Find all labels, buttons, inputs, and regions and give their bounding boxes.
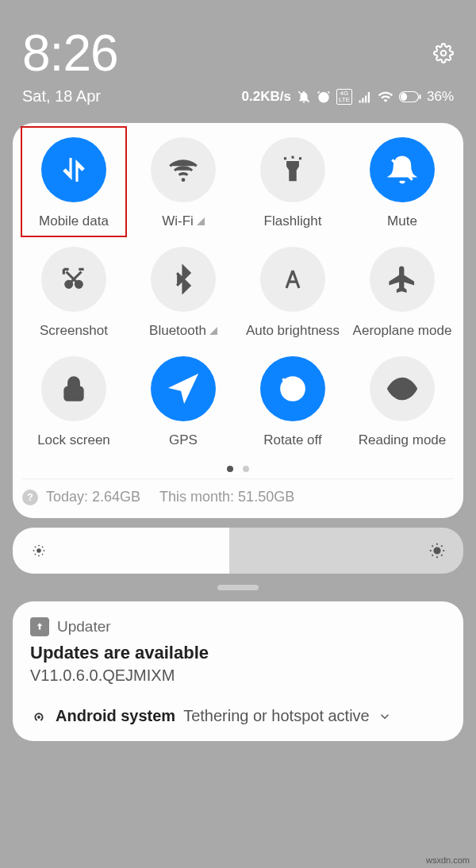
tile-label: Bluetooth (149, 323, 217, 339)
svg-point-0 (441, 51, 447, 56)
svg-point-23 (42, 547, 44, 548)
dnd-bell-icon (297, 90, 311, 104)
svg-line-29 (432, 546, 433, 547)
tile-screenshot[interactable]: Screenshot (22, 247, 125, 339)
expand-indicator-icon (197, 217, 205, 225)
svg-rect-5 (419, 94, 420, 99)
drag-handle[interactable] (217, 585, 259, 590)
usage-month: This month: 51.50GB (159, 489, 294, 505)
bluetooth-icon (168, 264, 198, 294)
tile-label: Auto brightness (246, 323, 340, 339)
status-date: Sat, 18 Apr (22, 87, 101, 106)
brightness-low-icon (30, 542, 48, 559)
svg-point-17 (36, 548, 41, 553)
quick-settings-panel: Mobile data Wi-Fi Flashlight Mute Screen (13, 123, 463, 518)
notification-sub[interactable]: Android system Tethering or hotspot acti… (30, 707, 446, 725)
tile-label: Mute (387, 213, 417, 229)
mobile-data-icon (59, 155, 89, 185)
rotate-lock-icon (278, 374, 308, 404)
tile-aeroplane-mode[interactable]: Aeroplane mode (351, 247, 454, 339)
wifi-status-icon (378, 89, 393, 105)
expand-indicator-icon (209, 327, 217, 335)
airplane-icon (387, 264, 417, 294)
usage-today: Today: 2.64GB (46, 489, 140, 505)
tile-lock-screen[interactable]: Lock screen (22, 356, 125, 448)
svg-line-33 (432, 555, 433, 555)
lte-indicator-icon: 4GLTE (336, 89, 352, 105)
svg-point-16 (398, 385, 406, 393)
svg-point-11 (66, 281, 72, 287)
updater-app-icon (30, 617, 49, 636)
signal-bars-icon (358, 90, 372, 104)
tile-label: Rotate off (263, 432, 321, 448)
svg-point-6 (182, 178, 186, 182)
svg-rect-4 (401, 93, 407, 101)
tile-label: Wi-Fi (162, 213, 205, 229)
brightness-high-icon (428, 542, 446, 559)
brightness-slider[interactable] (13, 528, 463, 574)
wifi-tether-icon (30, 708, 48, 725)
watermark: wsxdn.com (426, 855, 470, 865)
svg-point-26 (434, 547, 440, 553)
screenshot-scissors-icon (59, 264, 89, 294)
help-icon: ? (22, 490, 38, 505)
flashlight-icon (278, 155, 308, 185)
tile-mobile-data[interactable]: Mobile data (22, 137, 125, 229)
notification-app-name: Updater (57, 618, 111, 636)
svg-rect-13 (65, 387, 83, 400)
wifi-icon (168, 155, 198, 185)
clock-time: 8:26 (22, 24, 118, 83)
lock-icon (59, 374, 89, 404)
svg-point-19 (38, 555, 40, 557)
tile-label: Screenshot (40, 323, 108, 339)
settings-gear-icon[interactable] (433, 43, 454, 63)
notification-title: Updates are available (30, 643, 446, 663)
tile-label: GPS (169, 432, 198, 448)
notification-app-header: Updater (30, 617, 446, 636)
svg-point-20 (33, 550, 35, 551)
svg-point-12 (75, 281, 82, 287)
network-speed: 0.2KB/s (242, 89, 291, 105)
notification-sub-msg: Tethering or hotspot active (183, 707, 370, 725)
battery-icon (399, 91, 421, 102)
tile-label: Lock screen (37, 432, 110, 448)
tile-label: Mobile data (39, 213, 109, 229)
tile-flashlight[interactable]: Flashlight (241, 137, 344, 229)
auto-brightness-icon (278, 264, 308, 294)
svg-rect-15 (290, 387, 296, 392)
notification-body: V11.0.6.0.QEJMIXM (30, 666, 446, 685)
svg-point-18 (38, 545, 40, 547)
page-dot[interactable] (227, 466, 233, 472)
page-dot[interactable] (243, 466, 249, 472)
tile-gps[interactable]: GPS (132, 356, 235, 448)
tile-bluetooth[interactable]: Bluetooth (132, 247, 235, 339)
tiles-grid: Mobile data Wi-Fi Flashlight Mute Screen (22, 137, 454, 448)
notification-sub-app: Android system (56, 707, 175, 725)
notification-card[interactable]: Updater Updates are available V11.0.6.0.… (13, 601, 463, 741)
tile-reading-mode[interactable]: Reading mode (351, 356, 454, 448)
svg-point-22 (35, 547, 36, 548)
svg-point-21 (44, 550, 45, 551)
eye-icon (387, 374, 417, 404)
chevron-down-icon (378, 709, 392, 724)
data-usage-row[interactable]: ? Today: 2.64GB This month: 51.50GB (22, 478, 454, 505)
tile-rotate-off[interactable]: Rotate off (241, 356, 344, 448)
location-arrow-icon (168, 374, 198, 404)
svg-line-34 (441, 546, 442, 547)
tile-label: Aeroplane mode (353, 323, 452, 339)
alarm-clock-icon (317, 90, 331, 104)
svg-point-25 (42, 554, 44, 555)
tile-label: Reading mode (359, 432, 447, 448)
tile-wifi[interactable]: Wi-Fi (132, 137, 235, 229)
mute-bell-icon (387, 155, 417, 185)
page-indicator (22, 466, 454, 472)
status-icons: 0.2KB/s 4GLTE 36% (242, 89, 454, 105)
tile-label: Flashlight (264, 213, 322, 229)
battery-percentage: 36% (427, 89, 454, 105)
tile-auto-brightness[interactable]: Auto brightness (241, 247, 344, 339)
tile-mute[interactable]: Mute (351, 137, 454, 229)
status-header: 8:26 Sat, 18 Apr 0.2KB/s 4GLTE 36% (0, 0, 476, 120)
svg-line-30 (441, 555, 442, 555)
svg-point-24 (35, 554, 36, 555)
